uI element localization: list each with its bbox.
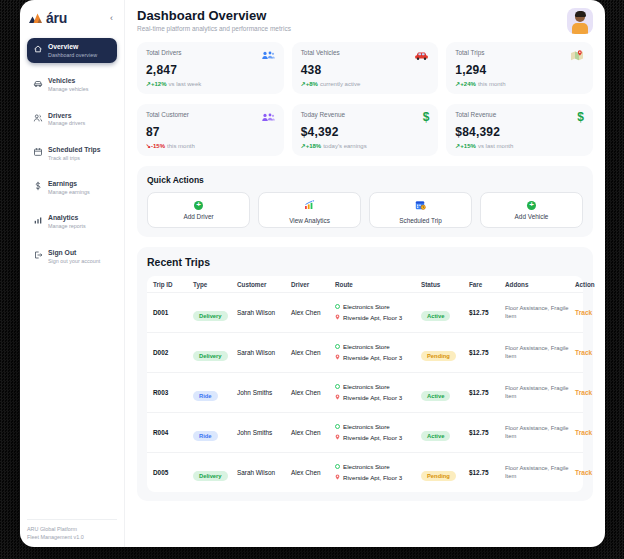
sidebar-nav: OverviewDashboard overview VehiclesManag… bbox=[27, 38, 117, 269]
stat-value: $4,392 bbox=[301, 125, 430, 139]
trip-driver: Alex Chen bbox=[291, 469, 335, 476]
sidebar-item-sublabel: Manage earnings bbox=[48, 189, 90, 195]
map-pin-icon bbox=[570, 49, 584, 61]
sidebar-item-sublabel: Manage reports bbox=[48, 223, 86, 229]
sidebar-item-sublabel: Dashboard overview bbox=[48, 52, 97, 58]
track-link[interactable]: Track bbox=[575, 429, 592, 436]
track-link[interactable]: Track bbox=[575, 389, 592, 396]
table-row: R004 Ride John Smiths Alex Chen Electron… bbox=[147, 412, 583, 452]
trip-type-badge: Ride bbox=[193, 431, 218, 441]
sidebar-item-earnings[interactable]: EarningsManage earnings bbox=[27, 175, 117, 200]
stat-label: Total Drivers bbox=[146, 49, 182, 56]
trip-id: D002 bbox=[153, 349, 193, 356]
stat-trend: ↗+12%vs last week bbox=[146, 80, 275, 87]
stat-card-today-revenue: Today Revenue $ $4,392 ↗+18%today's earn… bbox=[292, 104, 439, 156]
trip-addons: Floor Assistance, Fragile Item bbox=[505, 465, 575, 481]
trip-fare: $12.75 bbox=[469, 309, 505, 316]
trip-id: D005 bbox=[153, 469, 193, 476]
sidebar-collapse-icon[interactable]: ‹ bbox=[108, 13, 115, 23]
stat-card-total-customer: Total Customer 87 ↘-15%this month bbox=[137, 104, 284, 156]
red-car-icon bbox=[414, 49, 429, 61]
stat-trend: ↘-15%this month bbox=[146, 142, 275, 149]
brand-name: áru bbox=[46, 10, 67, 26]
add-vehicle-button[interactable]: + Add Vehicle bbox=[480, 192, 583, 228]
col-customer: Customer bbox=[237, 281, 291, 288]
people-icon bbox=[33, 113, 43, 123]
sidebar-item-label: Vehicles bbox=[48, 77, 88, 85]
app-window: áru ‹ OverviewDashboard overview Vehicle… bbox=[20, 0, 605, 547]
sidebar-item-scheduled-trips[interactable]: Scheduled TripsTrack all trips bbox=[27, 141, 117, 166]
user-avatar[interactable] bbox=[567, 8, 593, 34]
main-content: Dashboard Overview Real-time platform an… bbox=[125, 0, 605, 547]
track-link[interactable]: Track bbox=[575, 349, 592, 356]
car-icon bbox=[33, 78, 43, 88]
trip-customer: Sarah Wilson bbox=[237, 469, 291, 476]
stats-row-2: Total Customer 87 ↘-15%this month Today … bbox=[137, 104, 593, 156]
page-header: Dashboard Overview Real-time platform an… bbox=[137, 8, 593, 34]
pickup-marker-icon bbox=[335, 343, 340, 351]
stat-label: Total Customer bbox=[146, 111, 189, 118]
trip-status-badge: Active bbox=[421, 391, 450, 401]
sidebar-item-label: Earnings bbox=[48, 180, 90, 188]
page-subtitle: Real-time platform analytics and perform… bbox=[137, 25, 291, 32]
dropoff-pin-icon bbox=[335, 434, 340, 442]
trip-addons: Floor Assistance, Fragile Item bbox=[505, 425, 575, 441]
sidebar-item-overview[interactable]: OverviewDashboard overview bbox=[27, 38, 117, 63]
analytics-chart-icon bbox=[304, 196, 315, 214]
trip-route: Electronics Store Riverside Apt, Floor 3 bbox=[335, 343, 421, 362]
aru-logo-icon bbox=[29, 12, 43, 24]
sidebar-item-sublabel: Track all trips bbox=[48, 155, 101, 161]
stat-value: 2,847 bbox=[146, 63, 275, 77]
stats-row-1: Total Drivers 2,847 ↗+12%vs last week To… bbox=[137, 42, 593, 94]
scheduled-trip-button[interactable]: Scheduled Trip bbox=[369, 192, 472, 228]
trip-addons: Floor Assistance, Fragile Item bbox=[505, 305, 575, 321]
sidebar-item-sublabel: Sign out your account bbox=[48, 258, 100, 264]
dropoff-pin-icon bbox=[335, 394, 340, 402]
trip-status-badge: Pending bbox=[421, 471, 456, 481]
sidebar-item-vehicles[interactable]: VehiclesManage vehicles bbox=[27, 72, 117, 97]
col-route: Route bbox=[335, 281, 421, 288]
track-link[interactable]: Track bbox=[575, 309, 592, 316]
sidebar: áru ‹ OverviewDashboard overview Vehicle… bbox=[20, 0, 125, 547]
brand-row: áru ‹ bbox=[27, 8, 117, 36]
stat-label: Total Revenue bbox=[455, 111, 496, 118]
trip-addons: Floor Assistance, Fragile Item bbox=[505, 385, 575, 401]
sidebar-item-label: Overview bbox=[48, 43, 97, 51]
trip-type-badge: Delivery bbox=[193, 351, 228, 361]
dollar-green-icon: $ bbox=[423, 111, 430, 123]
col-fare: Fare bbox=[469, 281, 505, 288]
trip-route: Electronics Store Riverside Apt, Floor 3 bbox=[335, 383, 421, 402]
sidebar-item-drivers[interactable]: DriversManage drivers bbox=[27, 107, 117, 132]
footer-version-text: Fleet Management v1.0 bbox=[27, 533, 117, 541]
quick-actions-panel: Quick Actions + Add Driver View Analytic… bbox=[137, 166, 593, 237]
trip-id: R003 bbox=[153, 389, 193, 396]
sidebar-item-sign-out[interactable]: Sign OutSign out your account bbox=[27, 244, 117, 269]
trip-route: Electronics Store Riverside Apt, Floor 3 bbox=[335, 303, 421, 322]
stat-value: 87 bbox=[146, 125, 275, 139]
plus-circle-icon: + bbox=[194, 201, 203, 210]
track-link[interactable]: Track bbox=[575, 469, 592, 476]
sidebar-item-analytics[interactable]: AnalyticsManage reports bbox=[27, 209, 117, 234]
stat-label: Total Vehicles bbox=[301, 49, 340, 56]
table-row: D001 Delivery Sarah Wilson Alex Chen Ele… bbox=[147, 292, 583, 332]
calendar-clock-icon bbox=[415, 196, 426, 214]
stat-trend: ↗+24%this month bbox=[455, 80, 584, 87]
sidebar-item-label: Scheduled Trips bbox=[48, 146, 101, 154]
add-driver-button[interactable]: + Add Driver bbox=[147, 192, 250, 228]
trip-fare: $12.75 bbox=[469, 349, 505, 356]
table-header-row: Trip ID Type Customer Driver Route Statu… bbox=[147, 276, 583, 292]
people-group-purple-icon bbox=[261, 111, 275, 123]
dollar-icon bbox=[33, 181, 43, 191]
footer-platform-text: ARU Global Platform bbox=[27, 525, 117, 533]
col-trip-id: Trip ID bbox=[153, 281, 193, 288]
table-row: R003 Ride John Smiths Alex Chen Electron… bbox=[147, 372, 583, 412]
quick-actions-title: Quick Actions bbox=[147, 175, 583, 185]
trip-route: Electronics Store Riverside Apt, Floor 3 bbox=[335, 463, 421, 482]
trip-driver: Alex Chen bbox=[291, 429, 335, 436]
stat-value: 438 bbox=[301, 63, 430, 77]
sidebar-item-sublabel: Manage drivers bbox=[48, 120, 85, 126]
col-driver: Driver bbox=[291, 281, 335, 288]
home-icon bbox=[33, 44, 43, 54]
table-row: D002 Delivery Sarah Wilson Alex Chen Ele… bbox=[147, 332, 583, 372]
view-analytics-button[interactable]: View Analytics bbox=[258, 192, 361, 228]
